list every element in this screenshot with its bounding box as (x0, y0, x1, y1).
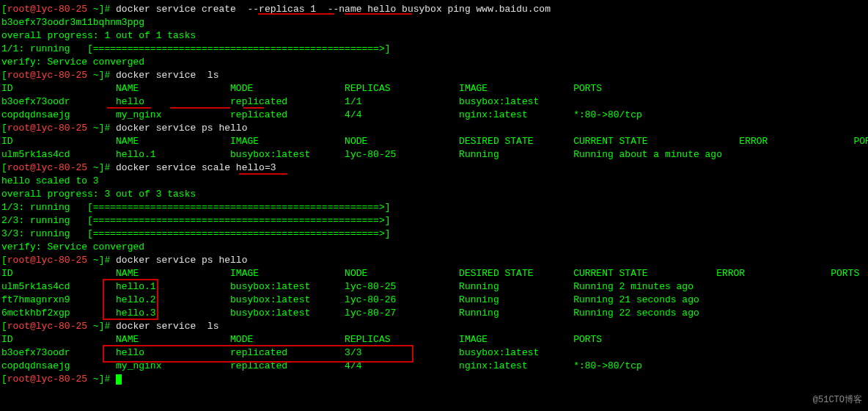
prompt-close: ~]# (87, 4, 116, 15)
cmd-line-5: [root@lyc-80-25 ~]# docker service ps he… (1, 254, 867, 267)
annotation-underline (239, 173, 287, 175)
watermark: @51CTO博客 (813, 393, 862, 407)
output-line: verify: Service converged (1, 56, 867, 69)
table-row: 6mctkhbf2xgp hello.3 busybox:latest lyc-… (1, 307, 867, 320)
annotation-underline (107, 107, 151, 109)
annotation-underline (258, 13, 334, 15)
cmd-line-4: [root@lyc-80-25 ~]# docker service scale… (1, 161, 867, 175)
output-line: 1/3: running [==========================… (1, 201, 867, 214)
table-header: ID NAME MODE REPLICAS IMAGE PORTS (1, 82, 867, 95)
table-header: ID NAME IMAGE NODE DESIRED STATE CURRENT… (1, 135, 867, 148)
output-line: overall progress: 1 out of 1 tasks (1, 29, 867, 43)
output-line: 1/1: running [==========================… (1, 43, 867, 56)
output-line: overall progress: 3 out of 3 tasks (1, 188, 867, 201)
output-line: b3oefx73oodr3m11bqhnm3ppg (1, 16, 867, 29)
command-text: docker service ls (116, 321, 218, 332)
terminal-output[interactable]: [root@lyc-80-25 ~]# docker service creat… (0, 0, 868, 389)
annotation-underline (243, 107, 264, 109)
command-text: docker service ls (116, 70, 218, 81)
table-header: ID NAME MODE REPLICAS IMAGE PORTS (1, 333, 867, 346)
cmd-line-empty: [root@lyc-80-25 ~]# (1, 373, 867, 386)
output-line: hello scaled to 3 (1, 175, 867, 188)
cmd-line-2: [root@lyc-80-25 ~]# docker service ls (1, 69, 867, 82)
annotation-underline (170, 107, 230, 109)
table-row: ft7hmagnrxn9 hello.2 busybox:latest lyc-… (1, 294, 867, 307)
annotation-underline (345, 13, 412, 15)
cmd-line-3: [root@lyc-80-25 ~]# docker service ps he… (1, 122, 867, 135)
prompt-host: root@lyc-80-25 (7, 4, 87, 15)
prompt-open: [ (1, 4, 7, 15)
table-row: ulm5rk1as4cd hello.1 busybox:latest lyc-… (1, 280, 867, 294)
table-row: copdqdnsaejg my_nginx replicated 4/4 ngi… (1, 360, 867, 373)
cursor (116, 374, 122, 385)
cmd-line-6: [root@lyc-80-25 ~]# docker service ls (1, 320, 867, 333)
output-line: 3/3: running [==========================… (1, 228, 867, 241)
command-text: docker service ps hello (116, 255, 247, 266)
command-text: docker service scale hello=3 (116, 162, 276, 173)
output-line: 2/3: running [==========================… (1, 214, 867, 228)
cmd-line-1: [root@lyc-80-25 ~]# docker service creat… (1, 3, 867, 16)
table-row: b3oefx73oodr hello replicated 3/3 busybo… (1, 346, 867, 360)
output-line: verify: Service converged (1, 241, 867, 254)
table-header: ID NAME IMAGE NODE DESIRED STATE CURRENT… (1, 267, 867, 280)
table-row: copdqdnsaejg my_nginx replicated 4/4 ngi… (1, 109, 867, 122)
table-row: ulm5rk1as4cd hello.1 busybox:latest lyc-… (1, 148, 867, 161)
command-text: docker service ps hello (116, 123, 247, 134)
